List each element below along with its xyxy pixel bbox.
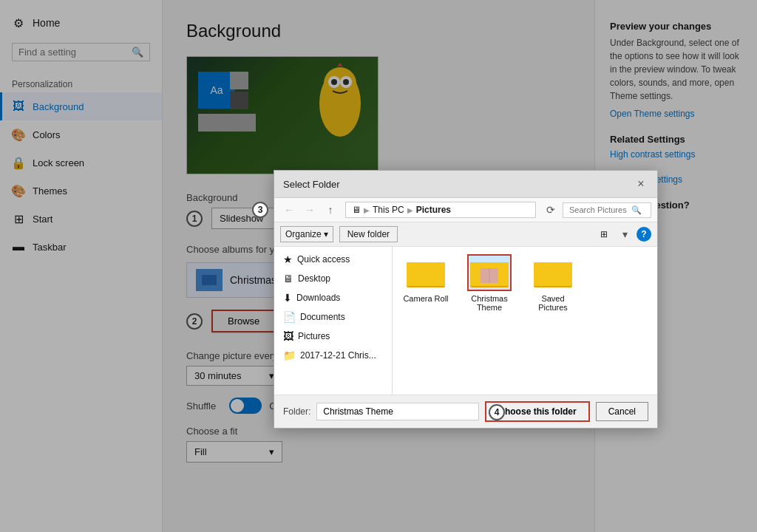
nav-item-christmas[interactable]: 📁2017-12-21 Chris... [274,346,392,365]
search-icon-dialog: 🔍 [631,205,642,215]
search-input[interactable] [569,205,628,214]
nav-label-desktop: Desktop [298,273,330,284]
dialog-overlay: Select Folder × ← → ↑ 🖥 ▶ This PC ▶ Pict… [0,0,757,532]
search-box: 🔍 [563,202,651,218]
breadcrumb-pictures[interactable]: Pictures [416,205,451,215]
breadcrumb-bar: 🖥 ▶ This PC ▶ Pictures [345,202,536,218]
nav-item-quick-access[interactable]: ★Quick access [274,250,392,269]
dialog-files-panel: Camera Roll Christmas Theme Saved Pictur… [393,247,657,395]
breadcrumb-this-pc[interactable]: This PC [373,205,404,215]
view-controls: ⊞ ▾ ? [595,225,651,243]
organize-label: Organize [285,229,322,239]
dialog-body: ★Quick access🖥Desktop⬇Downloads📄Document… [274,247,657,395]
dialog-titlebar: Select Folder × [274,171,657,198]
help-button[interactable]: ? [637,227,651,242]
nav-icon-quick-access: ★ [283,253,293,265]
nav-item-downloads[interactable]: ⬇Downloads [274,288,392,307]
breadcrumb-icon: 🖥 [352,205,361,215]
file-item-camera-roll[interactable]: Camera Roll [400,254,452,303]
dialog-nav-panel: ★Quick access🖥Desktop⬇Downloads📄Document… [274,247,393,395]
select-folder-dialog: Select Folder × ← → ↑ 🖥 ▶ This PC ▶ Pict… [274,170,658,429]
file-item-saved-pictures[interactable]: Saved Pictures [527,254,579,312]
breadcrumb-separator-2: ▶ [407,206,413,214]
file-label-christmas-theme: Christmas Theme [464,294,515,312]
nav-label-downloads: Downloads [296,293,340,303]
folder-icon-saved-pictures [531,254,575,291]
nav-label-christmas: 2017-12-21 Chris... [300,350,376,361]
nav-label-pictures: Pictures [298,331,330,341]
folder-icon-camera-roll [404,254,448,291]
refresh-button[interactable]: ⟳ [542,201,560,219]
file-item-christmas-theme[interactable]: Christmas Theme [464,254,515,312]
svg-rect-12 [407,265,445,286]
file-label-saved-pictures: Saved Pictures [527,294,579,312]
step-3-badge: 3 [252,202,268,218]
back-button[interactable]: ← [280,201,298,219]
nav-item-pictures[interactable]: 🖼Pictures [274,327,392,346]
up-button[interactable]: ↑ [322,201,339,219]
file-label-camera-roll: Camera Roll [403,294,448,303]
nav-label-documents: Documents [300,312,345,322]
chevron-organize: ▾ [324,229,328,239]
svg-rect-22 [534,265,572,286]
breadcrumb-separator-1: ▶ [364,206,370,214]
dialog-footer: Folder: Choose this folder Cancel [274,395,657,428]
folder-label: Folder: [283,406,310,417]
nav-label-quick-access: Quick access [297,254,350,265]
dialog-title: Select Folder [283,179,340,190]
dialog-toolbar: ← → ↑ 🖥 ▶ This PC ▶ Pictures ⟳ 🔍 [274,198,657,222]
nav-icon-downloads: ⬇ [283,292,292,304]
cancel-button[interactable]: Cancel [596,402,648,421]
forward-button[interactable]: → [301,201,319,219]
nav-item-documents[interactable]: 📄Documents [274,307,392,327]
view-icon-button[interactable]: ⊞ [595,226,613,242]
nav-icon-christmas: 📁 [283,349,296,361]
dialog-close-button[interactable]: × [634,177,648,191]
nav-icon-documents: 📄 [283,311,296,323]
new-folder-button[interactable]: New folder [339,226,398,242]
step-4-badge: 4 [489,404,505,420]
folder-icon-christmas-theme [467,254,512,291]
folder-input[interactable] [316,403,479,420]
dialog-actions-bar: Organize ▾ New folder ⊞ ▾ ? [274,222,657,247]
organize-dropdown[interactable]: Organize ▾ [280,226,333,242]
nav-icon-pictures: 🖼 [283,330,293,342]
view-dropdown-button[interactable]: ▾ [616,225,634,243]
nav-item-desktop[interactable]: 🖥Desktop [274,269,392,288]
nav-icon-desktop: 🖥 [283,273,293,284]
